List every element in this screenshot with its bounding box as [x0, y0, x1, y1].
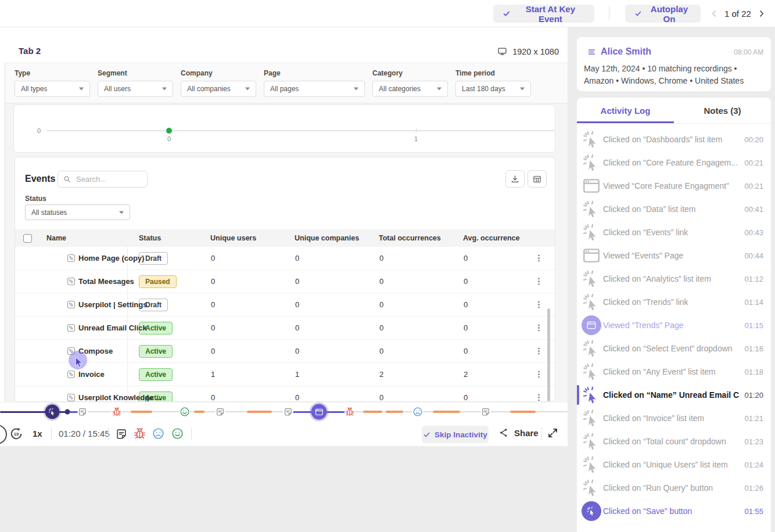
check-icon — [634, 9, 642, 18]
filter-dropdown[interactable]: All users — [98, 81, 173, 97]
previous-session-button[interactable] — [710, 9, 719, 18]
activity-item[interactable]: Clicked on “Invoice” list item 01:21 — [577, 407, 771, 430]
avg-occurrence-value: 0 — [463, 247, 522, 269]
row-menu-button[interactable] — [534, 300, 544, 310]
timeline-marker-page-icon[interactable] — [311, 404, 327, 420]
error-marker-button[interactable] — [133, 427, 146, 440]
row-menu-button[interactable] — [534, 346, 544, 356]
timeline-marker-note-icon[interactable] — [284, 407, 293, 417]
table-row[interactable]: Invoice Active 1 1 2 2 — [15, 363, 555, 386]
tab-activity-log[interactable]: Activity Log — [577, 98, 674, 123]
timeline-marker-note-icon[interactable] — [78, 407, 88, 417]
total-occurrences-value: 0 — [379, 270, 463, 293]
activity-item[interactable]: Clicked on “Unique Users” list item 01:2… — [577, 453, 771, 476]
time-display: 01:20 / 15:45 — [59, 429, 110, 438]
activity-item[interactable]: Clicked on “Events” link 00:43 — [577, 221, 771, 244]
activity-item[interactable]: Viewed “Events” Page 00:44 — [577, 244, 771, 267]
activity-icon — [582, 478, 601, 498]
row-menu-button[interactable] — [534, 369, 544, 379]
timeline-marker-bug-icon[interactable] — [112, 407, 122, 417]
next-session-button[interactable] — [757, 9, 766, 18]
current-item-indicator — [577, 385, 579, 405]
timeline-marker-frown-icon[interactable] — [412, 407, 424, 418]
activity-item[interactable]: Clicked on “Trends” link 01:14 — [577, 290, 771, 314]
column-header-name: Name — [41, 234, 128, 242]
skip-forward-10-button[interactable]: 10 — [9, 427, 23, 441]
table-row[interactable]: Home Page (copy) Draft 0 0 0 0 — [15, 247, 555, 270]
activity-item[interactable]: Clicked on “Total count” dropdown 01:23 — [577, 430, 771, 453]
event-name: Total Meesages — [78, 277, 134, 286]
share-button[interactable]: Share — [498, 427, 539, 438]
total-occurrences-value: 0 — [379, 386, 463, 402]
fullscreen-button[interactable] — [547, 427, 559, 439]
events-panel: Events Status All statuses Name Status U… — [15, 157, 555, 402]
timeline-marker-note-icon[interactable] — [216, 407, 225, 417]
activity-item[interactable]: Clicked on “Run Query” button 01:26 — [577, 476, 771, 499]
activity-item[interactable]: Clicked on “Core Feature Engagem... 00:2… — [577, 151, 771, 174]
activity-label: Viewed “Trends” Page — [603, 321, 684, 330]
column-header-unique-users: Unique users — [210, 234, 295, 242]
session-user-card[interactable]: Alice Smith 08:00 AM May 12th, 2024 • 10… — [577, 37, 771, 91]
skip-inactivity-toggle[interactable]: Skip Inactivity — [422, 426, 489, 443]
filter-dropdown[interactable]: All companies — [181, 81, 256, 97]
activity-icon — [582, 455, 601, 475]
activity-label: Clicked on “Run Query” button — [603, 483, 713, 493]
timeline-track[interactable] — [0, 402, 568, 421]
activity-time: 01:16 — [744, 344, 763, 353]
autoplay-toggle[interactable]: Autoplay On — [625, 5, 701, 23]
row-menu-button[interactable] — [534, 323, 544, 333]
row-menu-button[interactable] — [534, 276, 544, 286]
table-row[interactable]: Userpilot Knowledge ... Active 0 0 0 0 — [15, 386, 555, 402]
table-row[interactable]: Total Meesages Paused 0 0 0 0 — [15, 270, 555, 293]
filter-label: Category — [372, 69, 448, 77]
activity-item[interactable]: Clicked on “Select Event” dropdown 01:16 — [577, 337, 771, 360]
avg-occurrence-value: 0 — [463, 293, 522, 316]
tab-notes[interactable]: Notes (3) — [674, 98, 771, 123]
activity-item[interactable]: Clicked on “Data” list item 00:41 — [577, 197, 771, 221]
playback-speed-button[interactable]: 1x — [33, 429, 42, 438]
activity-item[interactable]: Viewed “Core Feature Engagment” 00:21 — [577, 174, 771, 197]
row-menu-button[interactable] — [534, 393, 544, 402]
select-all-checkbox[interactable] — [23, 234, 32, 243]
positive-sentiment-button[interactable] — [171, 427, 184, 440]
filter-dropdown[interactable]: All pages — [264, 81, 365, 97]
chart-data-point — [166, 128, 172, 134]
filter-dropdown[interactable]: All categories — [372, 81, 448, 97]
columns-button[interactable] — [528, 170, 547, 188]
avg-occurrence-value: 0 — [463, 386, 522, 402]
table-row[interactable]: Compose Active 0 0 0 0 — [15, 340, 555, 363]
unique-users-value: 0 — [210, 247, 295, 269]
table-row[interactable]: Unread Email Click Active 0 0 0 0 — [15, 317, 555, 340]
note-marker-button[interactable] — [115, 427, 128, 440]
activity-item[interactable]: Viewed “Trends” Page 01:15 — [577, 314, 771, 337]
timeline-marker-smile-icon[interactable] — [180, 407, 191, 418]
timeline-marker-click-icon[interactable] — [45, 405, 60, 419]
status-filter-dropdown[interactable]: All statuses — [25, 204, 130, 220]
total-occurrences-value: 0 — [379, 340, 463, 362]
table-row[interactable]: Userpilot | Settings Draft 0 0 0 0 — [15, 293, 555, 317]
filter-group: Segment All users — [98, 69, 173, 103]
row-menu-button[interactable] — [534, 253, 544, 263]
timeline-marker-note-icon[interactable] — [481, 407, 491, 417]
recorded-app-header: Tab 2 1920 x 1080 — [0, 27, 568, 63]
play-button[interactable] — [0, 425, 7, 444]
timeline-marker-bug-icon[interactable] — [345, 407, 355, 417]
activity-time: 00:21 — [744, 182, 763, 190]
start-at-key-event-toggle[interactable]: Start At Key Event — [493, 5, 594, 23]
filter-dropdown[interactable]: Last 180 days — [455, 81, 531, 97]
filter-value: All types — [21, 85, 47, 93]
activity-item[interactable]: Clicked on “Dashboards” list item 00:20 — [577, 128, 771, 151]
timeline-marker-dot-icon[interactable] — [65, 409, 70, 415]
table-scrollbar[interactable] — [547, 308, 550, 401]
activity-item[interactable]: Clicked on “Any Event” list item 01:18 — [577, 360, 771, 383]
activity-item[interactable]: Clicked on “Analytics” list item 01:12 — [577, 267, 771, 290]
negative-sentiment-button[interactable] — [152, 427, 165, 440]
export-button[interactable] — [505, 170, 525, 188]
activity-item[interactable]: Clicked on “Name” Unread Email C... 01:2… — [577, 383, 771, 407]
activity-item[interactable]: Clicked on “Save” button 01:55 — [577, 499, 771, 523]
filter-dropdown[interactable]: All types — [15, 81, 90, 97]
top-toolbar: Start At Key Event Autoplay On 1 of 22 — [0, 0, 775, 27]
avg-occurrence-value: 0 — [463, 340, 522, 362]
table-header: Name Status Unique users Unique companie… — [15, 229, 555, 247]
activity-time: 00:21 — [744, 159, 763, 167]
